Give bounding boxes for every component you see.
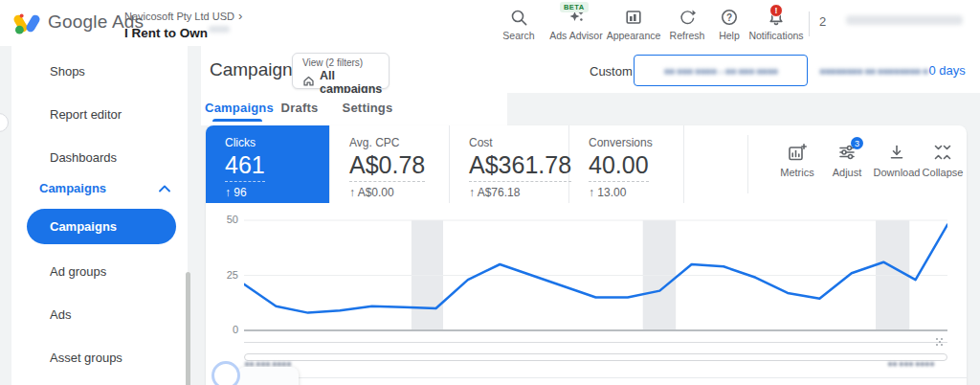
loading-spinner xyxy=(212,361,240,385)
sidebar-section-label: Campaigns xyxy=(39,181,106,195)
view-filters-button[interactable]: View (2 filters) All campaigns xyxy=(292,53,390,89)
sidebar-card-campaigns: Campaigns Campaigns Ad groups Ads Asset … xyxy=(11,165,188,385)
help-button[interactable]: ? Help xyxy=(710,8,748,42)
refresh-icon xyxy=(679,8,696,27)
clicks-time-series-chart xyxy=(244,203,947,337)
y-axis-tick: 25 xyxy=(213,269,238,281)
collapse-button[interactable]: Collapse xyxy=(918,143,968,178)
ads-advisor-button[interactable]: BETA Ads Advisor xyxy=(546,8,607,42)
scorecard-delta: ↑ A$0.00 xyxy=(349,186,449,199)
sidebar-item-label: Report editor xyxy=(50,107,122,122)
google-ads-logo-icon xyxy=(13,10,40,36)
sidebar-section-campaigns[interactable]: Campaigns xyxy=(11,165,188,201)
sidebar-item-campaigns-selected[interactable]: Campaigns xyxy=(27,209,176,244)
scorecard-label: Clicks xyxy=(225,136,329,149)
metrics-button[interactable]: Metrics xyxy=(772,143,822,178)
scorecard-label: Cost xyxy=(469,136,568,149)
sidebar-item-label: Asset groups xyxy=(50,351,122,365)
sidebar-item-ads[interactable]: Ads xyxy=(11,293,188,336)
tab-label: Drafts xyxy=(281,101,319,115)
sidebar-item-asset-groups[interactable]: Asset groups xyxy=(11,336,188,379)
scorecard-delta: ↑ A$76.18 xyxy=(469,186,568,199)
scorecard-value: 40.00 xyxy=(589,151,649,182)
tab-label: Campaigns xyxy=(205,101,274,115)
beta-badge: BETA xyxy=(560,2,588,12)
scorecard-cost[interactable]: Cost A$361.78 ↑ A$76.18 xyxy=(450,125,569,203)
tab-drafts[interactable]: Drafts xyxy=(276,93,323,123)
appearance-button[interactable]: Appearance xyxy=(607,8,660,42)
top-bar: Google Ads Navicosoft Pty Ltd USD› I Ren… xyxy=(0,0,980,46)
help-icon: ? xyxy=(721,8,738,27)
account-switcher[interactable]: Navicosoft Pty Ltd USD› I Rent to Own xyxy=(124,7,242,40)
scorecard-label: Avg. CPC xyxy=(349,136,449,149)
scorecard-conversions[interactable]: Conversions 40.00 ↑ 13.00 xyxy=(569,125,684,203)
sidebar-item-label: Shops xyxy=(50,64,85,79)
sidebar-scrollbar[interactable] xyxy=(186,272,190,385)
ads-advisor-label: Ads Advisor xyxy=(549,30,602,41)
page-title: Campaigns xyxy=(210,59,301,80)
mini-tooltip xyxy=(237,367,299,385)
y-axis-tick: 50 xyxy=(213,214,238,225)
help-label: Help xyxy=(719,30,740,41)
date-range-picker[interactable]: ●● ●●● ●●●● – ●● ●●● ●●●● xyxy=(634,55,808,86)
compare-period-link[interactable]: ●●●●●●●● ●● ●●●●●●●● ● 0 days xyxy=(819,63,966,78)
divider xyxy=(747,135,748,193)
redacted-end-date: ●● ●●● ●●●● xyxy=(887,358,934,369)
collapse-icon xyxy=(934,143,951,162)
home-icon xyxy=(302,75,315,90)
notification-badge: ! xyxy=(769,4,783,17)
download-icon xyxy=(888,143,905,162)
google-ads-app: Google Ads Navicosoft Pty Ltd USD› I Ren… xyxy=(0,0,980,385)
compare-suffix: 0 days xyxy=(928,63,965,78)
metrics-label: Metrics xyxy=(780,167,813,178)
redacted-compare-text: ●●●●●●●● ●● ●●●●●●●● ● xyxy=(819,65,927,77)
scorecard-delta: ↑ 13.00 xyxy=(589,186,683,199)
redacted-text xyxy=(846,15,963,25)
tab-settings[interactable]: Settings xyxy=(339,93,396,123)
search-button[interactable]: Search xyxy=(496,8,542,42)
tab-label: Settings xyxy=(343,101,393,115)
notifications-button[interactable]: ! Notifications xyxy=(746,8,806,42)
chart-x-axis-line xyxy=(244,342,947,343)
scorecard-clicks[interactable]: Clicks 461 ↑ 96 xyxy=(206,125,330,203)
sidebar-item-label: Ads xyxy=(50,307,71,322)
view-filters-line1: View (2 filters) xyxy=(302,57,381,68)
download-button[interactable]: Download xyxy=(872,143,922,178)
sidebar-item-report-editor[interactable]: Report editor xyxy=(11,93,188,136)
adjust-button[interactable]: 3 Adjust xyxy=(822,143,872,178)
appearance-label: Appearance xyxy=(607,30,661,41)
refresh-button[interactable]: Refresh xyxy=(664,8,710,42)
sidebar-item-label: Campaigns xyxy=(50,219,117,234)
scorecard-value: A$0.78 xyxy=(349,151,425,182)
search-label: Search xyxy=(502,30,534,41)
scorecard-avg-cpc[interactable]: Avg. CPC A$0.78 ↑ A$0.00 xyxy=(330,125,450,203)
redacted-date-range: ●● ●●● ●●●● – ●● ●●● ●●●● xyxy=(663,65,777,77)
clicks-line-chart-svg xyxy=(244,203,947,337)
scorecard-value: A$361.78 xyxy=(469,151,571,182)
active-tab-indicator xyxy=(212,119,262,122)
chart-horizontal-scrollbar[interactable] xyxy=(244,353,947,361)
chevron-up-icon xyxy=(159,181,170,195)
chart-resize-handle[interactable] xyxy=(936,338,944,346)
account-name: Navicosoft Pty Ltd USD xyxy=(124,11,234,22)
sidebar-item-shops[interactable]: Shops xyxy=(11,50,188,93)
download-label: Download xyxy=(874,167,921,178)
panel-handle[interactable] xyxy=(0,113,9,132)
search-icon xyxy=(510,8,528,27)
campaigns-overview-card: Clicks 461 ↑ 96 Avg. CPC A$0.78 ↑ A$0.00… xyxy=(206,125,967,385)
scorecard-label: Conversions xyxy=(589,136,683,149)
sidebar-item-ad-groups[interactable]: Ad groups xyxy=(11,250,188,293)
scorecard-row: Clicks 461 ↑ 96 Avg. CPC A$0.78 ↑ A$0.00… xyxy=(206,125,967,203)
adjust-label: Adjust xyxy=(833,167,862,178)
svg-text:?: ? xyxy=(726,12,732,23)
metrics-icon xyxy=(789,143,807,162)
appearance-icon xyxy=(625,8,642,27)
bell-icon: ! xyxy=(768,8,785,27)
scorecard-delta: ↑ 96 xyxy=(225,186,329,199)
sparkle-icon: BETA xyxy=(568,8,585,27)
redacted-text xyxy=(209,26,230,33)
chevron-right-icon: › xyxy=(238,9,242,23)
tune-icon: 3 xyxy=(838,143,856,162)
sidebar-item-label: Dashboards xyxy=(50,150,117,165)
divider xyxy=(287,377,967,378)
